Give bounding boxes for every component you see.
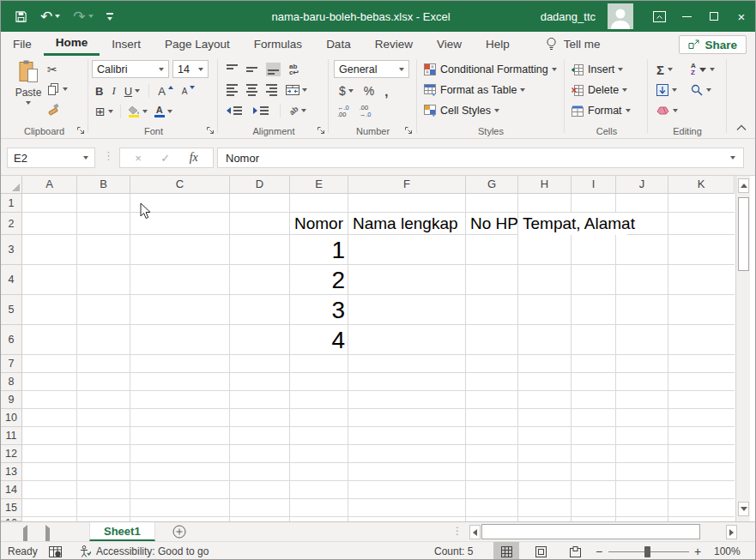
scrollbar-drag-dots[interactable]: ⋮: [452, 525, 463, 537]
middle-align-button[interactable]: [246, 64, 257, 75]
avatar[interactable]: [608, 3, 633, 29]
view-normal-button[interactable]: [493, 542, 519, 560]
font-family-select[interactable]: Calibri: [92, 60, 169, 78]
align-left-button[interactable]: [227, 84, 238, 96]
decrease-indent-button[interactable]: [227, 106, 245, 115]
customize-qat-button[interactable]: [106, 13, 113, 21]
share-button[interactable]: Share: [679, 35, 747, 54]
column-header-F[interactable]: F: [348, 176, 466, 194]
font-size-select[interactable]: 14: [172, 60, 209, 78]
accounting-format-button[interactable]: $: [339, 84, 354, 98]
alignment-dialog-launcher[interactable]: [317, 126, 325, 135]
number-format-select[interactable]: General: [334, 60, 409, 78]
row-header-7[interactable]: 7: [1, 355, 22, 373]
account-name[interactable]: dadang_ttc: [541, 10, 596, 23]
ribbon-display-options-button[interactable]: [645, 1, 673, 32]
insert-cells-button[interactable]: Insert: [572, 62, 623, 77]
cell-F2[interactable]: Nama lengkap: [348, 213, 466, 235]
horizontal-scroll-thumb[interactable]: [481, 524, 700, 539]
zoom-slider-handle[interactable]: [644, 546, 650, 557]
macro-record-button[interactable]: [49, 542, 62, 560]
borders-button[interactable]: ⊞: [95, 105, 113, 118]
tab-help[interactable]: Help: [474, 32, 522, 56]
cell-E5[interactable]: 3: [290, 295, 348, 325]
tab-data[interactable]: Data: [314, 32, 363, 56]
orientation-button[interactable]: ab: [289, 106, 306, 115]
conditional-formatting-button[interactable]: Conditional Formatting: [424, 62, 557, 77]
cell-G2[interactable]: No HP: [466, 213, 518, 235]
close-button[interactable]: ×: [728, 1, 755, 32]
cell-E6[interactable]: 4: [290, 325, 348, 355]
font-dialog-launcher[interactable]: [206, 126, 215, 135]
row-header-1[interactable]: 1: [1, 194, 22, 213]
cell-E2[interactable]: Nomor: [290, 213, 348, 235]
column-header-C[interactable]: C: [130, 176, 230, 194]
scroll-down-button[interactable]: [738, 502, 749, 516]
format-cells-button[interactable]: Format: [572, 103, 631, 118]
cancel-button[interactable]: ×: [135, 152, 142, 165]
sort-filter-button[interactable]: AZ: [691, 62, 715, 77]
zoom-in-button[interactable]: +: [694, 542, 701, 560]
find-select-button[interactable]: [691, 82, 711, 98]
row-header-3[interactable]: 3: [1, 235, 22, 265]
fill-color-button[interactable]: [128, 106, 148, 117]
maximize-button[interactable]: [700, 1, 728, 32]
increase-decimal-button[interactable]: ←.0.00: [337, 105, 349, 118]
align-right-button[interactable]: [266, 84, 277, 96]
tab-page-layout[interactable]: Page Layout: [153, 32, 242, 56]
row-header-15[interactable]: 15: [1, 499, 22, 517]
increase-indent-button[interactable]: [253, 106, 271, 115]
name-box[interactable]: E2: [7, 148, 95, 168]
enter-button[interactable]: ✓: [160, 152, 170, 165]
column-header-J[interactable]: J: [616, 176, 668, 194]
cell-E3[interactable]: 1: [290, 235, 348, 265]
column-header-I[interactable]: I: [572, 176, 616, 194]
tell-me-box[interactable]: Tell me: [546, 32, 601, 56]
vertical-scrollbar[interactable]: [735, 176, 750, 521]
zoom-level[interactable]: 100%: [714, 542, 741, 560]
row-header-10[interactable]: 10: [1, 409, 22, 427]
fill-button[interactable]: [656, 82, 677, 98]
format-as-table-button[interactable]: Format as Table: [424, 82, 525, 98]
autosum-button[interactable]: Σ: [656, 62, 673, 77]
sheet-tab-sheet1[interactable]: Sheet1: [89, 522, 155, 541]
row-header-8[interactable]: 8: [1, 373, 22, 391]
column-header-G[interactable]: G: [466, 176, 518, 194]
column-header-E[interactable]: E: [290, 176, 348, 194]
cell-H2[interactable]: Tempat, Alamat: [518, 213, 627, 235]
tab-home[interactable]: Home: [44, 32, 100, 56]
paste-button[interactable]: Paste: [9, 60, 47, 120]
delete-cells-button[interactable]: Delete: [572, 82, 627, 98]
decrease-font-button[interactable]: A: [182, 86, 196, 96]
scroll-up-button[interactable]: [738, 178, 749, 193]
worksheet[interactable]: ABCDEFGHIJK 12345678910111213141516Nomor…: [1, 176, 735, 521]
row-header-9[interactable]: 9: [1, 391, 22, 409]
bold-button[interactable]: B: [95, 85, 103, 98]
save-button[interactable]: [15, 10, 27, 23]
formula-input[interactable]: Nomor: [217, 148, 744, 168]
vertical-scroll-thumb[interactable]: [738, 197, 749, 271]
percent-style-button[interactable]: %: [364, 84, 374, 98]
view-page-break-button[interactable]: [562, 542, 588, 560]
clipboard-dialog-launcher[interactable]: [76, 126, 85, 135]
decrease-decimal-button[interactable]: .00→.0: [360, 105, 372, 118]
merge-center-button[interactable]: [286, 85, 307, 95]
view-page-layout-button[interactable]: [528, 542, 553, 560]
formula-bar-drag-dots[interactable]: ⋮: [103, 149, 114, 162]
increase-font-button[interactable]: A: [158, 85, 173, 98]
comma-style-button[interactable]: ,: [384, 84, 388, 99]
tab-formulas[interactable]: Formulas: [242, 32, 314, 56]
select-all-button[interactable]: [1, 176, 22, 194]
add-sheet-button[interactable]: [172, 525, 186, 539]
copy-button[interactable]: [47, 81, 68, 97]
accessibility-status[interactable]: Accessibility: Good to go: [80, 542, 209, 560]
wrap-text-button[interactable]: abc↩: [289, 63, 299, 75]
scroll-right-button[interactable]: [726, 525, 737, 539]
column-header-B[interactable]: B: [77, 176, 130, 194]
row-header-4[interactable]: 4: [1, 265, 22, 295]
scroll-left-button[interactable]: [469, 525, 481, 539]
collapse-ribbon-button[interactable]: [736, 124, 748, 133]
status-mode[interactable]: Ready: [8, 542, 38, 560]
align-center-button[interactable]: [246, 84, 257, 96]
insert-function-button[interactable]: fx: [190, 151, 198, 165]
